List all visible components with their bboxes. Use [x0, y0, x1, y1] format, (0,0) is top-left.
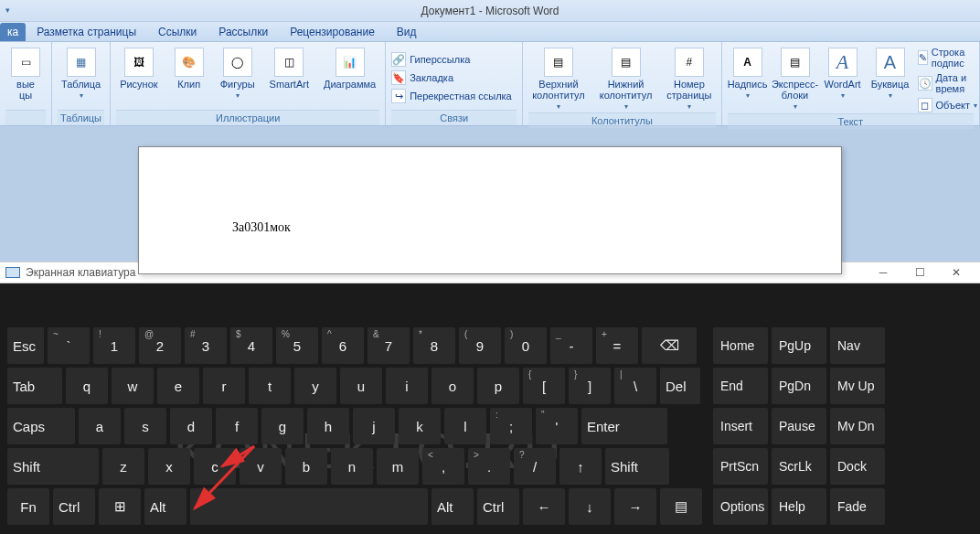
key-[interactable]: → — [614, 488, 656, 525]
key-[interactable]: ?/ — [514, 448, 556, 485]
key-d[interactable]: d — [170, 408, 212, 444]
btn-chart[interactable]: 📊Диаграмма — [320, 46, 379, 91]
key-g[interactable]: g — [261, 408, 304, 444]
key-0[interactable]: )0 — [505, 327, 547, 364]
key-home[interactable]: Home — [713, 327, 768, 364]
key-del[interactable]: Del — [660, 368, 700, 404]
key-l[interactable]: l — [444, 408, 486, 444]
key-e[interactable]: e — [157, 368, 199, 404]
key-r[interactable]: r — [203, 368, 245, 404]
key-shift[interactable]: Shift — [605, 448, 669, 485]
btn-partial[interactable]: ▭вые цы — [5, 46, 46, 102]
key-ctrl[interactable]: Ctrl — [53, 488, 95, 525]
key-tab[interactable]: Tab — [7, 368, 62, 404]
btn-header[interactable]: ▤Верхний колонтитул▾ — [528, 46, 589, 112]
key-a[interactable]: a — [79, 408, 121, 444]
btn-table[interactable]: ▦Таблица▾ — [58, 46, 104, 101]
key-[interactable]: }] — [569, 368, 611, 404]
btn-clip[interactable]: 🎨Клип — [169, 46, 209, 91]
key-j[interactable]: j — [353, 408, 395, 444]
key-insert[interactable]: Insert — [713, 408, 768, 444]
key-7[interactable]: &7 — [368, 327, 410, 364]
key-1[interactable]: !1 — [93, 327, 135, 364]
key-end[interactable]: End — [713, 368, 768, 404]
key-fade[interactable]: Fade — [830, 488, 885, 525]
key-alt[interactable]: Alt — [431, 488, 474, 525]
key-[interactable]: ← — [523, 488, 565, 525]
key-help[interactable]: Help — [772, 488, 826, 525]
key-o[interactable]: o — [431, 368, 474, 404]
key-[interactable]: += — [596, 327, 638, 364]
key-[interactable]: ↓ — [569, 488, 611, 525]
btn-bookmark[interactable]: 🔖Закладка — [391, 69, 453, 86]
key-space[interactable] — [190, 488, 428, 525]
close-button[interactable]: ✕ — [938, 262, 975, 283]
btn-signature[interactable]: ✎Строка подпис — [918, 46, 977, 69]
key-shift[interactable]: Shift — [7, 448, 99, 485]
key-w[interactable]: w — [112, 368, 154, 404]
key-[interactable]: ~` — [48, 327, 90, 364]
key-[interactable]: |\ — [614, 368, 656, 404]
key-prtscn[interactable]: PrtScn — [713, 448, 768, 485]
tab-mailings[interactable]: Рассылки — [208, 23, 279, 41]
key-[interactable]: ↑ — [559, 448, 602, 485]
key-scrlk[interactable]: ScrLk — [772, 448, 826, 485]
key-t[interactable]: t — [249, 368, 291, 404]
key-u[interactable]: u — [340, 368, 382, 404]
key-[interactable]: ⌫ — [642, 327, 697, 364]
key-2[interactable]: @2 — [139, 327, 181, 364]
key-[interactable]: _- — [550, 327, 592, 364]
tab-view[interactable]: Вид — [386, 23, 428, 41]
btn-picture[interactable]: 🖼Рисунок — [116, 46, 162, 91]
key-caps[interactable]: Caps — [7, 408, 75, 444]
btn-footer[interactable]: ▤Нижний колонтитул▾ — [596, 46, 656, 112]
key-k[interactable]: k — [399, 408, 441, 444]
key-i[interactable]: i — [386, 368, 428, 404]
btn-hyperlink[interactable]: 🔗Гиперссылка — [391, 51, 470, 68]
key-[interactable]: {[ — [523, 368, 565, 404]
key-y[interactable]: y — [294, 368, 336, 404]
btn-dropcap[interactable]: AБуквица▾ — [870, 46, 911, 101]
btn-smartart[interactable]: ◫SmartArt — [266, 46, 313, 91]
document-page[interactable]: За0301мок — [138, 146, 842, 274]
key-8[interactable]: *8 — [413, 327, 455, 364]
key-mvup[interactable]: Mv Up — [830, 368, 885, 404]
key-dock[interactable]: Dock — [830, 448, 885, 485]
key-m[interactable]: m — [377, 448, 419, 485]
tab-review[interactable]: Рецензирование — [279, 23, 386, 41]
key-esc[interactable]: Esc — [7, 327, 44, 364]
key-6[interactable]: ^6 — [322, 327, 364, 364]
key-5[interactable]: %5 — [276, 327, 318, 364]
key-[interactable]: ⊞ — [99, 488, 141, 525]
btn-quickparts[interactable]: ▤Экспресс-блоки▾ — [775, 46, 815, 112]
btn-textbox[interactable]: AНадпись▾ — [728, 46, 768, 101]
key-pgup[interactable]: PgUp — [772, 327, 826, 364]
key-x[interactable]: x — [148, 448, 190, 485]
maximize-button[interactable]: ☐ — [901, 262, 938, 283]
key-s[interactable]: s — [124, 408, 166, 444]
key-pgdn[interactable]: PgDn — [772, 368, 826, 404]
tab-partial[interactable]: ка — [0, 23, 26, 41]
key-4[interactable]: $4 — [230, 327, 272, 364]
key-3[interactable]: #3 — [185, 327, 227, 364]
key-9[interactable]: (9 — [459, 327, 501, 364]
key-fn[interactable]: Fn — [7, 488, 49, 525]
key-p[interactable]: p — [477, 368, 519, 404]
tab-page-layout[interactable]: Разметка страницы — [26, 23, 147, 41]
key-[interactable]: ▤ — [660, 488, 702, 525]
key-ctrl[interactable]: Ctrl — [477, 488, 519, 525]
key-q[interactable]: q — [66, 368, 108, 404]
minimize-button[interactable]: ─ — [865, 262, 901, 283]
key-alt[interactable]: Alt — [144, 488, 186, 525]
tab-references[interactable]: Ссылки — [147, 23, 208, 41]
key-[interactable]: :; — [490, 408, 532, 444]
quick-access-dropdown-icon[interactable]: ▾ — [5, 5, 10, 15]
key-pause[interactable]: Pause — [772, 408, 826, 444]
btn-datetime[interactable]: 🕓Дата и время — [918, 71, 977, 95]
key-[interactable]: >. — [468, 448, 510, 485]
btn-shapes[interactable]: ◯Фигуры▾ — [217, 46, 259, 101]
key-b[interactable]: b — [285, 448, 327, 485]
key-enter[interactable]: Enter — [581, 408, 667, 444]
key-nav[interactable]: Nav — [830, 327, 885, 364]
btn-crossref[interactable]: ↪Перекрестная ссылка — [391, 88, 512, 104]
